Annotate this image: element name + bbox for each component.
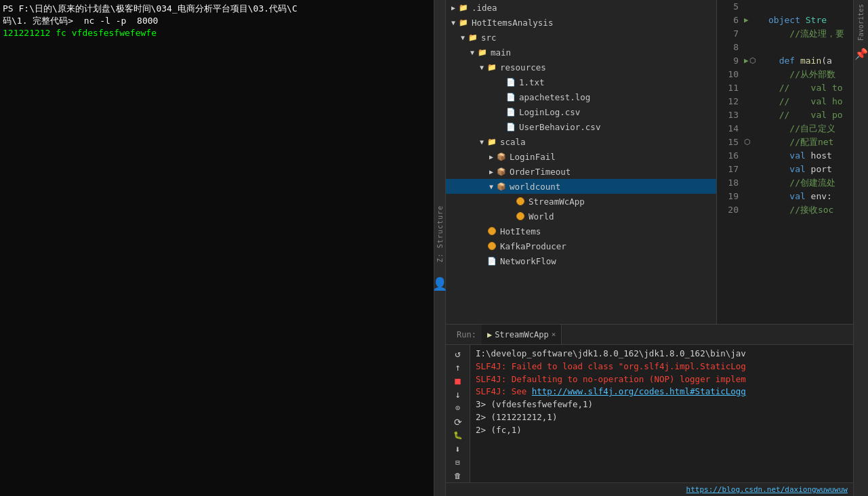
tree-label-apachetest: apachetest.log	[519, 92, 590, 102]
favorites-label[interactable]: Favorites	[856, 0, 866, 45]
tree-item-src[interactable]: ▼ 📁 src	[446, 30, 716, 45]
tree-item-ordertimeout[interactable]: ▶ 📦 OrderTimeout	[446, 164, 716, 179]
arrow-scala: ▼	[477, 138, 487, 146]
run-tab-name: StreamWcApp	[495, 330, 548, 339]
debug-button[interactable]: 🐛	[449, 430, 468, 442]
stop-button[interactable]: ■	[449, 375, 468, 387]
gutter-16	[744, 149, 766, 163]
scroll-up-button[interactable]: ↑	[449, 361, 468, 373]
run-tab-close[interactable]: ×	[552, 330, 556, 339]
gutter-10	[744, 68, 766, 81]
bottom-url-bar: https://blog.csdn.net/daxiongwuwuwuw	[446, 482, 853, 496]
code-lines: object Stre //流处理，要 def main(a //从外部数 //…	[766, 0, 853, 324]
tree-item-apachetest[interactable]: 📄 apachetest.log	[446, 89, 716, 104]
favorites-pin-icon[interactable]: 📌	[852, 45, 869, 63]
tree-label-kafkaproducer: KafkaProducer	[500, 241, 566, 251]
folder-icon-main: 📁	[477, 47, 488, 58]
scala-icon-hotitems	[487, 226, 497, 236]
code-line-7: //流处理，要	[768, 27, 853, 41]
tree-label-networkflow: NetworkFlow	[500, 256, 556, 266]
file-icon-apachetest: 📄	[505, 91, 516, 102]
code-line-6: object Stre	[768, 14, 853, 27]
import-button[interactable]: ⬇	[449, 443, 468, 455]
structure-bar-label: Z: Structure	[436, 205, 444, 262]
tree-item-main[interactable]: ▼ 📁 main	[446, 45, 716, 60]
print-button[interactable]: ⊟	[449, 457, 468, 469]
gutter-18	[744, 176, 766, 190]
tree-item-world[interactable]: World	[446, 209, 716, 224]
tree-label-loginfail: LoginFail	[510, 152, 556, 162]
scala-icon-streamwcapp	[515, 196, 526, 207]
tree-item-hotitems[interactable]: HotItems	[446, 224, 716, 239]
tree-item-streamwcapp[interactable]: StreamWcApp	[446, 194, 716, 209]
line-num-10: 10	[717, 68, 739, 81]
run-icon-9[interactable]: ▶	[744, 54, 749, 68]
screenshot-button[interactable]: ⊙	[449, 402, 468, 414]
gutter-5	[744, 0, 766, 14]
line-num-15: 15	[717, 136, 739, 149]
output-line-3: SLF4J: Defaulting to no-operation (NOP) …	[476, 373, 848, 386]
gutter-13	[744, 108, 766, 122]
tree-label-hotitems: HotItems	[500, 226, 541, 236]
top-area: ▶ 📁 .idea ▼ 📁 HotItemsAnalysis ▼ 📁 src	[446, 0, 853, 324]
arrow-worldcount: ▼	[487, 183, 496, 190]
tree-item-1txt[interactable]: 📄 1.txt	[446, 75, 716, 89]
folder-icon-worldcount: 📦	[496, 181, 507, 192]
project-tree[interactable]: ▶ 📁 .idea ▼ 📁 HotItemsAnalysis ▼ 📁 src	[446, 0, 717, 324]
tree-label-1txt: 1.txt	[519, 77, 545, 87]
terminal-line-3: 121221212 fc vfdesfesfwefewfe	[3, 27, 431, 39]
run-tab-streamwcapp[interactable]: ▶ StreamWcApp ×	[482, 325, 562, 344]
file-icon-1txt: 📄	[505, 77, 516, 87]
run-icon-6[interactable]: ▶	[744, 14, 749, 27]
code-line-20: //接收soc	[768, 203, 853, 217]
line-num-11: 11	[717, 81, 739, 95]
code-line-15: //配置net	[768, 136, 853, 149]
output-line-5: 3> (vfdesfesfwefewfe,1)	[476, 398, 848, 411]
gutter-11	[744, 81, 766, 95]
tree-item-hotitemsanalysis[interactable]: ▼ 📁 HotItemsAnalysis	[446, 15, 716, 30]
code-line-18: //创建流处	[768, 176, 853, 190]
code-line-14: //自己定义	[768, 122, 853, 136]
folder-icon-scala: 📁	[487, 136, 497, 147]
tree-item-loginfail[interactable]: ▶ 📦 LoginFail	[446, 149, 716, 164]
gutter: ▶ ▶ ⬡ ⬡	[744, 0, 766, 324]
favorites-bar: Favorites 📌	[853, 0, 868, 496]
tree-item-kafkaproducer[interactable]: KafkaProducer	[446, 239, 716, 253]
tree-label-main: main	[491, 47, 511, 58]
line-num-17: 17	[717, 163, 739, 176]
structure-icon[interactable]: 👤	[432, 276, 447, 291]
tree-item-networkflow[interactable]: 📄 NetworkFlow	[446, 253, 716, 268]
folder-icon-loginfail: 📦	[496, 151, 507, 162]
line-num-13: 13	[717, 108, 739, 122]
slf4j-link[interactable]: http://www.slf4j.org/codes.html#StaticLo…	[532, 386, 746, 396]
tree-label-idea: .idea	[472, 3, 497, 13]
tree-item-resources[interactable]: ▼ 📁 resources	[446, 60, 716, 75]
tree-label-ordertimeout: OrderTimeout	[510, 167, 571, 177]
rerun-button[interactable]: ↺	[449, 348, 468, 360]
line-num-20: 20	[717, 203, 739, 217]
reload-button[interactable]: ⟳	[449, 415, 468, 428]
scala-icon-world	[515, 211, 526, 222]
tree-item-worldcount[interactable]: ▼ 📦 worldcount	[446, 179, 716, 194]
gutter-17	[744, 163, 766, 176]
code-line-9: def main(a	[768, 54, 853, 68]
tree-item-scala[interactable]: ▼ 📁 scala	[446, 134, 716, 149]
arrow-src: ▼	[458, 34, 468, 41]
structure-bar: Z: Structure 👤	[434, 0, 446, 496]
arrow-resources: ▼	[477, 64, 487, 71]
clear-button[interactable]: 🗑	[449, 470, 468, 482]
gutter-6: ▶	[744, 14, 766, 27]
code-line-8	[768, 41, 853, 54]
folder-icon-ordertimeout: 📦	[496, 166, 507, 177]
code-line-12: // val ho	[768, 95, 853, 108]
tree-item-idea[interactable]: ▶ 📁 .idea	[446, 0, 716, 15]
line-num-19: 19	[717, 190, 739, 203]
run-toolbar: ↺ ↑ ■ ↓ ⊙ ⟳ 🐛 ⬇ ⊟ 🗑	[446, 345, 470, 482]
tree-item-userbehavior[interactable]: 📄 UserBehavior.csv	[446, 119, 716, 134]
line-num-6: 6	[717, 14, 739, 27]
scroll-down-button[interactable]: ↓	[449, 388, 468, 400]
blog-url[interactable]: https://blog.csdn.net/daxiongwuwuwuw	[686, 485, 848, 494]
code-line-17: val port	[768, 163, 853, 176]
tree-item-loginlog[interactable]: 📄 LoginLog.csv	[446, 104, 716, 119]
file-icon-loginlog: 📄	[505, 106, 516, 117]
